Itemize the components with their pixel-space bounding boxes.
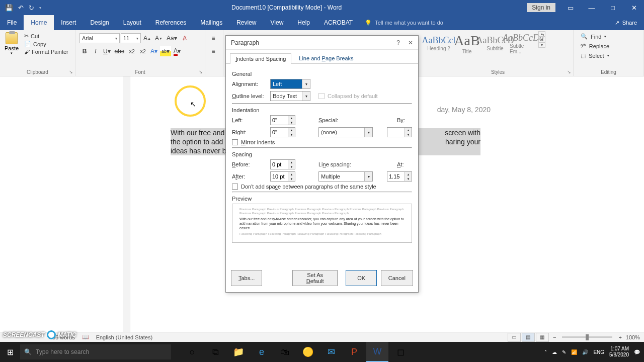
after-value[interactable] [271,172,288,181]
dialog-tab-indents[interactable]: Indents and Spacing [230,53,291,64]
chrome-icon[interactable]: 🟡 [297,342,319,362]
tab-file[interactable]: File [0,15,24,30]
share-button[interactable]: ↗ Share [608,15,644,30]
tray-network-icon[interactable]: 📶 [571,349,577,355]
ribbon-options-icon[interactable]: ▭ [560,0,581,15]
file-explorer-icon[interactable]: 📁 [227,342,250,362]
underline-button[interactable]: U▾ [102,46,112,56]
maximize-button[interactable]: □ [603,0,623,15]
tab-home[interactable]: Home [24,15,54,30]
font-launcher-icon[interactable]: ↘ [198,69,204,75]
tab-insert[interactable]: Insert [54,15,83,30]
before-value[interactable] [271,160,288,169]
by-input[interactable]: ▲▼ [387,127,412,137]
styles-scroll-up[interactable]: ▴ [538,31,545,37]
font-color-button[interactable]: A▾ [172,46,182,56]
replace-button[interactable]: ᵃ⁄ᵇReplace [578,42,612,50]
dialog-close-button[interactable]: ✕ [408,39,413,46]
alignment-select[interactable]: Left▾ [270,79,310,89]
word-icon[interactable]: W [366,342,388,362]
outline-level-select[interactable]: Body Text▾ [270,91,310,101]
tray-pen-icon[interactable]: ✎ [562,349,566,355]
clipboard-launcher-icon[interactable]: ↘ [68,69,74,75]
task-view-icon[interactable]: ⧉ [204,342,226,362]
tab-view[interactable]: View [264,15,291,30]
zoom-in-button[interactable]: + [618,334,621,340]
cancel-button[interactable]: Cancel [381,270,413,286]
recorder-icon[interactable]: ◻ [389,342,412,362]
zoom-slider[interactable] [562,336,612,338]
subscript-button[interactable]: x2 [127,46,137,56]
tray-language[interactable]: ENG [593,349,604,355]
redo-icon[interactable]: ↻ [29,4,34,12]
font-size-combo[interactable]: 11▾ [121,33,141,43]
start-button[interactable]: ⊞ [0,342,20,362]
save-icon[interactable]: 💾 [5,4,13,12]
select-button[interactable]: ⬚Select▾ [578,51,612,60]
strikethrough-button[interactable]: abc [113,46,126,56]
style-subtle-em[interactable]: AaBbCcDdSubtle Em... [509,31,537,55]
tray-chevron-icon[interactable]: ˄ [544,349,547,355]
indent-right-input[interactable]: ▲▼ [270,127,295,137]
web-layout-button[interactable]: ▦ [536,333,549,342]
before-input[interactable]: ▲▼ [270,159,295,169]
tray-clock[interactable]: 1:07 AM 5/8/2020 [609,346,629,358]
qat-dropdown-icon[interactable]: ▾ [39,6,41,10]
tab-layout[interactable]: Layout [116,15,148,30]
change-case-button[interactable]: Aa▾ [165,33,179,43]
powerpoint-icon[interactable]: P [343,342,365,362]
cut-button[interactable]: ✂Cut [22,32,70,40]
shrink-font-button[interactable]: A▼ [153,33,164,43]
read-mode-button[interactable]: ▭ [508,333,521,342]
find-button[interactable]: 🔍Find▾ [578,32,609,41]
styles-expand[interactable]: ▾ [538,42,545,48]
tell-me-search[interactable]: 💡 Tell me what you want to do [365,15,443,30]
dont-add-space-checkbox[interactable] [232,184,238,190]
cortana-icon[interactable]: ○ [181,342,203,362]
tab-design[interactable]: Design [83,15,116,30]
vertical-ruler[interactable] [123,76,130,332]
paste-button[interactable]: Paste ▾ [2,31,21,60]
edge-icon[interactable]: e [251,342,273,362]
tab-review[interactable]: Review [229,15,263,30]
mirror-indents-checkbox[interactable] [232,139,238,145]
font-name-combo[interactable]: Arial▾ [79,33,120,43]
bullets-button[interactable]: ≡ [208,33,218,43]
dialog-tab-breaks[interactable]: Line and Page Breaks [293,53,359,63]
at-value[interactable] [387,172,405,181]
indent-left-input[interactable]: ▲▼ [270,115,295,125]
undo-icon[interactable]: ↶ [18,4,24,12]
tab-references[interactable]: References [148,15,193,30]
styles-scroll-down[interactable]: ▾ [538,37,545,42]
style-heading2[interactable]: AaBbCclHeading 2 [425,31,453,55]
grow-font-button[interactable]: A▲ [142,33,152,43]
indent-left-value[interactable] [271,116,288,125]
taskbar-search[interactable]: 🔍 Type here to search [20,344,171,359]
at-input[interactable]: ▲▼ [387,171,412,182]
print-layout-button[interactable]: ▤ [522,333,535,342]
tray-volume-icon[interactable]: 🔊 [582,349,588,355]
tab-acrobat[interactable]: ACROBAT [317,15,360,30]
special-select[interactable]: (none)▾ [318,127,373,137]
notifications-icon[interactable]: 💬 [634,349,640,355]
zoom-level[interactable]: 100% [626,334,640,340]
proofing-icon[interactable]: 📖 [82,334,89,340]
tab-help[interactable]: Help [290,15,317,30]
set-default-button[interactable]: Set As Default [292,270,338,286]
language-status[interactable]: English (United States) [96,334,153,340]
format-painter-button[interactable]: 🖌Format Painter [22,48,70,55]
indent-right-value[interactable] [271,128,288,137]
align-left-button[interactable]: ≡ [208,46,218,56]
superscript-button[interactable]: x2 [138,46,148,56]
styles-launcher-icon[interactable]: ↘ [566,69,572,75]
tray-onedrive-icon[interactable]: ☁ [552,349,557,355]
bold-button[interactable]: B [79,46,90,56]
italic-button[interactable]: I [91,46,101,56]
tabs-button[interactable]: Tabs... [231,270,262,286]
sign-in-button[interactable]: Sign in [527,3,555,12]
line-spacing-select[interactable]: Multiple▾ [318,171,373,182]
tab-mailings[interactable]: Mailings [193,15,229,30]
by-value[interactable] [387,128,405,137]
ok-button[interactable]: OK [346,270,376,286]
zoom-out-button[interactable]: − [553,334,556,340]
